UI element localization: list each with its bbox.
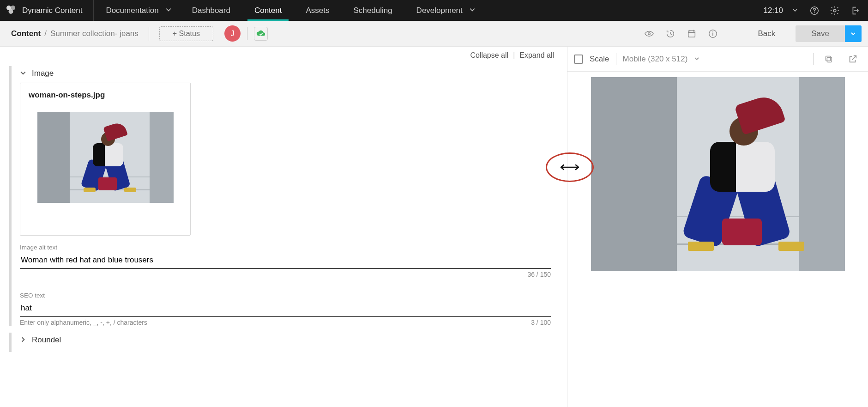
svg-point-6: [648, 32, 651, 35]
main-split: Collapse all | Expand all Image woman-on…: [0, 47, 868, 407]
toolbar-sep: |: [513, 51, 515, 60]
clock-time: 12:10: [763, 6, 783, 15]
open-external-icon[interactable]: [844, 50, 862, 68]
breadcrumb-sep: /: [44, 29, 47, 38]
brand-icon: [6, 4, 17, 17]
preview-eye-icon[interactable]: [640, 25, 658, 43]
section-image-header[interactable]: Image: [20, 66, 558, 83]
history-icon[interactable]: [662, 25, 679, 43]
preview-image: [591, 77, 845, 271]
divider: [813, 53, 814, 65]
section-title: Roundel: [32, 335, 61, 345]
field-seo-text: SEO text Enter only alphanumeric, _, -, …: [20, 292, 558, 326]
brand: Dynamic Content: [0, 0, 94, 21]
nav-right: 12:10: [759, 0, 868, 21]
save-dropdown-button[interactable]: [845, 25, 862, 42]
chevron-right-icon: [20, 336, 27, 344]
nav-label: Content: [254, 6, 282, 15]
preview-toolbar: Scale Mobile (320 x 512): [567, 47, 868, 72]
scale-checkbox[interactable]: [574, 55, 583, 64]
section-image: Image woman-on-steps.jpg Image: [9, 66, 558, 326]
clock[interactable]: 12:10: [759, 6, 802, 15]
chevron-down-icon: [165, 6, 172, 15]
chevron-down-icon: [20, 70, 27, 77]
svg-rect-10: [827, 57, 832, 62]
section-title: Image: [32, 69, 54, 78]
scale-label: Scale: [590, 55, 609, 64]
svg-rect-11: [826, 56, 831, 61]
nav-label: Documentation: [106, 6, 158, 15]
copy-icon[interactable]: [820, 50, 838, 68]
avatar[interactable]: J: [224, 25, 241, 42]
divider: [149, 27, 149, 41]
nav-label: Scheduling: [353, 6, 392, 15]
device-label: Mobile (320 x 512): [623, 55, 688, 64]
alt-counter: 36 / 150: [527, 271, 551, 278]
info-icon[interactable]: [704, 25, 722, 43]
alt-text-input[interactable]: [20, 253, 551, 269]
field-alt-text: Image alt text 36 / 150: [20, 244, 558, 278]
top-nav: Dynamic Content Documentation Dashboard …: [0, 0, 868, 21]
nav-label: Dashboard: [192, 6, 230, 15]
preview-area: [567, 72, 868, 407]
image-card-title: woman-on-steps.jpg: [29, 91, 182, 100]
divider: [247, 27, 247, 40]
section-roundel: Roundel: [9, 333, 558, 352]
seo-counter: 3 / 100: [531, 319, 551, 326]
nav-item-development[interactable]: Development: [404, 0, 484, 21]
breadcrumb-leaf: Summer collection- jeans: [50, 29, 139, 38]
subbar-right: Back Save: [640, 25, 862, 43]
save-split-button: Save: [796, 25, 862, 42]
help-icon[interactable]: [806, 2, 823, 19]
add-status-button[interactable]: + Status: [159, 26, 213, 41]
svg-point-5: [833, 9, 836, 12]
breadcrumb: Content / Summer collection- jeans: [11, 29, 139, 38]
field-label: Image alt text: [20, 244, 558, 251]
breadcrumb-root[interactable]: Content: [11, 29, 41, 38]
collapse-all-link[interactable]: Collapse all: [470, 51, 508, 60]
image-thumbnail: [37, 112, 174, 203]
seo-text-input[interactable]: [20, 301, 551, 317]
gear-icon[interactable]: [826, 2, 843, 19]
chevron-down-icon: [694, 55, 699, 64]
logout-icon[interactable]: [847, 2, 863, 19]
svg-point-2: [9, 9, 13, 14]
sub-bar: Content / Summer collection- jeans + Sta…: [0, 21, 868, 47]
save-button[interactable]: Save: [796, 25, 845, 42]
nav-label: Assets: [306, 6, 329, 15]
svg-rect-7: [688, 30, 695, 37]
editor-toolbar: Collapse all | Expand all: [0, 47, 567, 60]
nav-item-scheduling[interactable]: Scheduling: [341, 0, 404, 21]
cloud-sync-icon[interactable]: [254, 27, 268, 41]
brand-title: Dynamic Content: [22, 6, 82, 15]
seo-help: Enter only alphanumeric, _, -, +, / char…: [20, 319, 147, 326]
preview-pane: Scale Mobile (320 x 512): [567, 47, 868, 407]
nav-item-dashboard[interactable]: Dashboard: [180, 0, 242, 21]
editor-pane: Collapse all | Expand all Image woman-on…: [0, 47, 567, 407]
nav-label: Development: [416, 6, 463, 15]
calendar-icon[interactable]: [683, 25, 700, 43]
image-card[interactable]: woman-on-steps.jpg: [20, 83, 191, 236]
device-select[interactable]: Mobile (320 x 512): [623, 55, 700, 64]
svg-point-4: [814, 12, 815, 13]
back-button[interactable]: Back: [744, 25, 789, 42]
nav-item-assets[interactable]: Assets: [294, 0, 341, 21]
svg-point-9: [712, 31, 713, 32]
chevron-down-icon: [469, 6, 476, 15]
image-thumb-wrap: [29, 108, 182, 226]
divider: [616, 53, 616, 65]
chevron-down-icon: [792, 6, 798, 15]
nav-item-content[interactable]: Content: [242, 0, 294, 21]
field-label: SEO text: [20, 292, 558, 299]
section-roundel-header[interactable]: Roundel: [20, 333, 558, 349]
nav-item-documentation[interactable]: Documentation: [94, 0, 180, 21]
expand-all-link[interactable]: Expand all: [519, 51, 554, 60]
